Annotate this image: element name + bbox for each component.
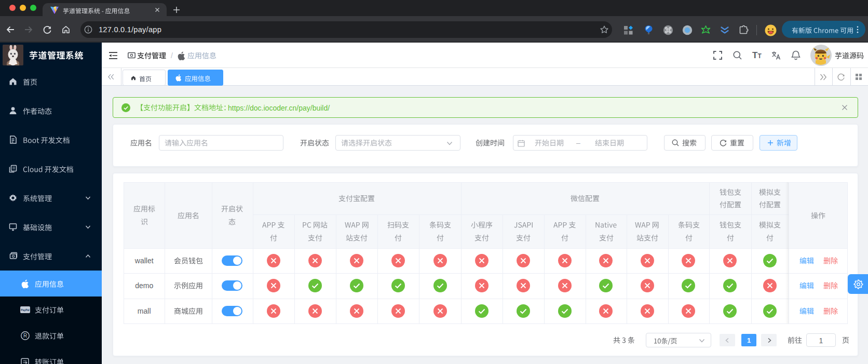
svg-text:PayPal: PayPal: [21, 308, 30, 312]
svg-text:R: R: [23, 333, 27, 339]
